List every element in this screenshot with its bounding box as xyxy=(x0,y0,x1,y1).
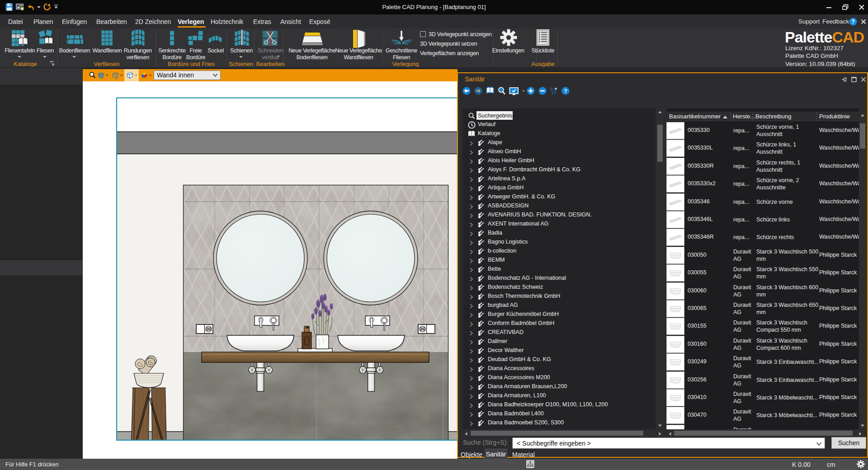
svg-text:?: ? xyxy=(851,19,854,25)
